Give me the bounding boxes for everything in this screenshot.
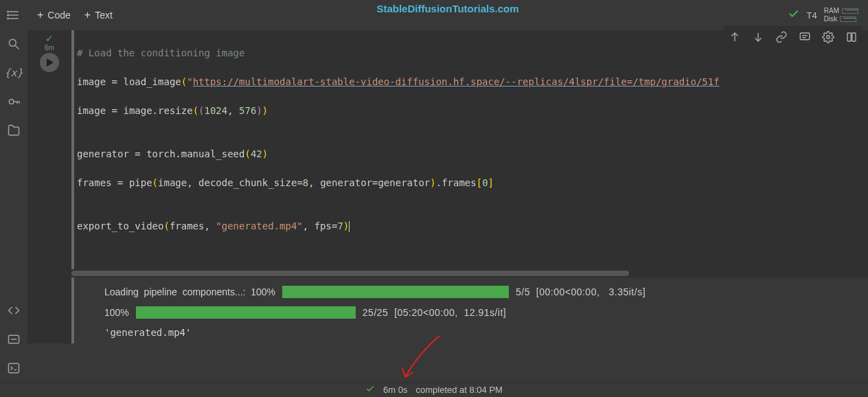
exec-duration: 6m [45, 44, 54, 52]
search-icon[interactable] [4, 34, 23, 54]
add-text-button[interactable]: + Text [84, 9, 113, 21]
exec-duration: 6m 0s [383, 385, 407, 395]
secrets-icon[interactable] [4, 92, 23, 111]
cell-gutter: ✓ 6m [27, 30, 71, 343]
code-snippets-icon[interactable] [4, 301, 23, 320]
code-editor[interactable]: # Load the conditioning image image = lo… [71, 30, 868, 269]
progress-stats: 5/5 [00:00<00:00, 3.35it/s] [516, 286, 646, 297]
progress-label: 100% [104, 307, 129, 318]
svg-point-5 [8, 18, 9, 19]
runtime-status: T4 RAM Disk [788, 7, 858, 23]
progress-stats: 25/25 [05:20<00:00, 12.91s/it] [363, 307, 506, 318]
toc-icon[interactable] [4, 5, 23, 25]
text-cursor [349, 221, 350, 232]
plus-icon: + [84, 9, 91, 21]
cell-output: Loading pipeline components...: 100% 5/5… [71, 277, 868, 343]
add-code-button[interactable]: + Code [37, 9, 71, 21]
progress-label: Loading pipeline components...: 100% [104, 286, 275, 297]
svg-rect-18 [800, 33, 810, 40]
notebook-main: ✓ 6m # Load the conditioning image image… [27, 30, 868, 382]
svg-point-21 [827, 36, 830, 39]
svg-rect-23 [852, 33, 856, 41]
cell-body: # Load the conditioning image image = lo… [71, 30, 868, 343]
ram-label: RAM [824, 7, 839, 15]
horizontal-scrollbar[interactable] [71, 269, 868, 277]
runtime-type[interactable]: T4 [807, 10, 817, 21]
svg-point-4 [8, 14, 9, 16]
left-sidebar: {x} [0, 0, 27, 397]
files-icon[interactable] [4, 121, 23, 140]
variables-icon[interactable]: {x} [4, 63, 23, 82]
disk-label: Disk [824, 15, 837, 23]
resource-meter[interactable]: RAM Disk [824, 7, 858, 23]
move-down-icon[interactable] [749, 27, 768, 47]
link-icon[interactable] [772, 27, 791, 47]
progress-row: 100% 25/25 [05:20<00:00, 12.91s/it] [104, 306, 863, 319]
disk-bar [840, 16, 856, 22]
checkmark-icon [365, 384, 375, 396]
code-cell: ✓ 6m # Load the conditioning image image… [27, 30, 868, 343]
checkmark-icon [788, 8, 800, 23]
run-cell-button[interactable] [40, 53, 59, 72]
svg-point-3 [8, 11, 9, 12]
svg-rect-22 [847, 33, 851, 41]
comment-icon[interactable] [795, 27, 814, 47]
cell-toolbar [724, 26, 863, 48]
exec-completed-at: completed at 8:04 PM [415, 385, 502, 395]
watermark: StableDiffusionTutorials.com [376, 3, 518, 14]
checkmark-icon: ✓ [45, 33, 54, 44]
svg-line-7 [16, 46, 19, 49]
add-text-label: Text [95, 10, 113, 21]
ram-bar [842, 8, 858, 14]
svg-point-8 [9, 100, 14, 104]
progress-bar [282, 286, 509, 298]
terminal-icon[interactable] [4, 359, 23, 378]
svg-point-6 [9, 39, 16, 46]
settings-icon[interactable] [819, 27, 838, 47]
progress-row: Loading pipeline components...: 100% 5/5… [104, 286, 863, 298]
svg-rect-14 [9, 363, 19, 372]
move-up-icon[interactable] [725, 27, 744, 47]
progress-bar [136, 306, 356, 319]
command-palette-icon[interactable] [4, 330, 23, 349]
status-bar: 6m 0s completed at 8:04 PM [0, 382, 868, 397]
plus-icon: + [37, 9, 43, 21]
add-code-label: Code [47, 10, 70, 21]
output-text: 'generated.mp4' [104, 327, 863, 338]
mirror-icon[interactable] [842, 27, 861, 47]
